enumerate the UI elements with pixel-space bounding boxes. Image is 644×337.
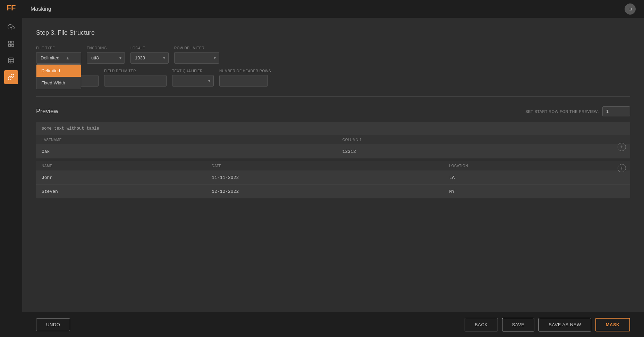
save-button[interactable]: SAVE [502, 318, 535, 331]
save-as-new-button[interactable]: SAVE AS NEW [539, 318, 591, 331]
svg-rect-5 [9, 58, 14, 63]
file-type-selected: Delimited [41, 55, 59, 60]
app-logo: FF [7, 4, 16, 12]
bottom-bar: UNDO BACK SAVE SAVE AS NEW MASK [22, 312, 644, 337]
file-type-chevron-icon: ▲ [66, 56, 70, 60]
field-delimiter-field: FIELD DELIMITER [104, 69, 167, 87]
sidebar-item-table[interactable] [4, 54, 18, 67]
preview-pre-text: some text without table [36, 122, 630, 135]
svg-rect-1 [9, 41, 11, 43]
row-delimiter-field: ROW DELIMITER [174, 46, 219, 64]
preview-table-1: LASTNAME COLUMN 1 Oak 12312 [36, 135, 630, 158]
table-2-cell-location-1: LA [444, 171, 630, 185]
table-row: Steven 12-12-2022 NY [36, 185, 630, 199]
row-delimiter-select-wrapper [174, 52, 219, 64]
file-type-dropdown-button[interactable]: Delimited ▲ [36, 52, 81, 64]
encoding-select-wrapper: utf8 ascii [87, 52, 125, 64]
table-section-divider [36, 158, 630, 161]
form-row-1: FILE TYPE Delimited ▲ Delimited Fixed Wi… [36, 46, 630, 64]
section-divider [36, 96, 630, 97]
locale-select[interactable]: 1033 1034 [130, 52, 169, 64]
encoding-label: ENCODING [87, 46, 125, 50]
svg-rect-4 [12, 44, 14, 47]
file-type-field: FILE TYPE Delimited ▲ Delimited Fixed Wi… [36, 46, 81, 64]
table-1-header-row: LASTNAME COLUMN 1 [36, 135, 630, 145]
encoding-field: ENCODING utf8 ascii [87, 46, 125, 64]
file-type-label: FILE TYPE [36, 46, 81, 50]
field-delimiter-input[interactable] [104, 75, 167, 87]
table-2-col-date: DATE [206, 161, 443, 171]
text-qualifier-label: TEXT QUALIFIER [172, 69, 214, 73]
sidebar: FF [0, 0, 22, 337]
table-1-col-column1: COLUMN 1 [337, 135, 630, 145]
row-delimiter-select[interactable] [174, 52, 219, 64]
table-1-cell-column1: 12312 [337, 145, 630, 159]
header-rows-input[interactable] [219, 75, 268, 87]
table-2-cell-name-2: Steven [36, 185, 206, 199]
row-delimiter-label: ROW DELIMITER [174, 46, 219, 50]
action-buttons: BACK SAVE SAVE AS NEW MASK [465, 318, 630, 331]
add-row-button-1[interactable]: + [618, 143, 626, 151]
table-row: Oak 12312 [36, 145, 630, 159]
form-row-2: COMMENT FIELD DELIMITER TEXT QUALIFIER [36, 69, 630, 87]
table-2-cell-date-2: 12-12-2022 [206, 185, 443, 199]
content-area: Step 3. File Structure FILE TYPE Delimit… [22, 18, 644, 312]
preview-title: Preview [36, 108, 58, 115]
encoding-select[interactable]: utf8 ascii [87, 52, 125, 64]
text-qualifier-select-wrapper [172, 75, 214, 87]
locale-select-wrapper: 1033 1034 [130, 52, 169, 64]
start-row-input[interactable] [602, 106, 630, 116]
page-title: Masking [31, 6, 51, 12]
sidebar-item-link[interactable] [4, 70, 18, 84]
header-rows-label: NUMBER OF HEADER ROWS [219, 69, 271, 73]
dropdown-item-fixed-width[interactable]: Fixed Width [36, 77, 81, 89]
preview-table-group-2: NAME DATE LOCATION John 11-11-2022 LA St… [36, 161, 630, 198]
table-2-cell-name-1: John [36, 171, 206, 185]
table-2-header-row: NAME DATE LOCATION [36, 161, 630, 171]
sidebar-item-grid[interactable] [4, 37, 18, 51]
add-row-button-2[interactable]: + [618, 164, 626, 172]
preview-area: some text without table LASTNAME COLUMN … [36, 122, 630, 198]
preview-table-2: NAME DATE LOCATION John 11-11-2022 LA St… [36, 161, 630, 198]
table-2-cell-location-2: NY [444, 185, 630, 199]
table-2-col-name: NAME [36, 161, 206, 171]
start-row-control: SET START ROW FOR THE PREVIEW: [525, 106, 630, 116]
file-type-dropdown-menu: Delimited Fixed Width [36, 64, 81, 89]
locale-field: LOCALE 1033 1034 [130, 46, 169, 64]
main-area: Masking tu Step 3. File Structure FILE T… [22, 0, 644, 337]
preview-table-group-1: LASTNAME COLUMN 1 Oak 12312 + [36, 135, 630, 158]
table-1-cell-lastname: Oak [36, 145, 337, 159]
step-title: Step 3. File Structure [36, 29, 630, 36]
table-2-cell-date-1: 11-11-2022 [206, 171, 443, 185]
table-row: John 11-11-2022 LA [36, 171, 630, 185]
undo-button[interactable]: UNDO [36, 318, 70, 331]
dropdown-item-delimited[interactable]: Delimited [36, 65, 81, 77]
preview-header: Preview SET START ROW FOR THE PREVIEW: [36, 106, 630, 116]
user-info: tu [625, 3, 636, 15]
svg-rect-3 [9, 44, 11, 47]
mask-button[interactable]: MASK [595, 318, 630, 331]
table-2-col-location: LOCATION [444, 161, 630, 171]
avatar[interactable]: tu [625, 3, 636, 15]
start-row-label: SET START ROW FOR THE PREVIEW: [525, 109, 599, 114]
text-qualifier-field: TEXT QUALIFIER [172, 69, 214, 87]
header-rows-field: NUMBER OF HEADER ROWS [219, 69, 271, 87]
text-qualifier-select[interactable] [172, 75, 214, 87]
table-1-col-lastname: LASTNAME [36, 135, 337, 145]
topbar: Masking tu [22, 0, 644, 18]
locale-label: LOCALE [130, 46, 169, 50]
svg-rect-2 [12, 41, 14, 43]
field-delimiter-label: FIELD DELIMITER [104, 69, 167, 73]
sidebar-item-upload[interactable] [4, 20, 18, 34]
back-button[interactable]: BACK [465, 318, 498, 331]
